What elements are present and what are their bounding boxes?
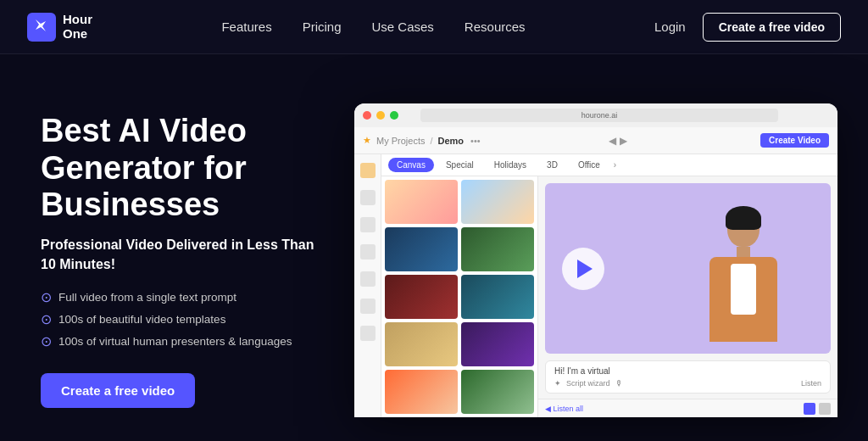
tabs-more-icon[interactable]: › bbox=[614, 160, 616, 170]
hero-title: Best AI Video Generator for Businesses bbox=[41, 113, 329, 224]
list-view-button[interactable] bbox=[819, 403, 831, 415]
presenter-hair bbox=[726, 206, 761, 230]
main-content: Canvas Special Holidays 3D Office › bbox=[381, 154, 837, 417]
nav-link-pricing[interactable]: Pricing bbox=[303, 20, 342, 34]
nav-link-features[interactable]: Features bbox=[221, 20, 271, 34]
tab-office[interactable]: Office bbox=[570, 158, 609, 172]
media-thumb-4[interactable] bbox=[461, 227, 534, 271]
breadcrumb-my-projects[interactable]: My Projects bbox=[376, 136, 425, 146]
breadcrumb-demo: Demo bbox=[438, 136, 465, 146]
login-button[interactable]: Login bbox=[654, 20, 686, 34]
media-thumb-10[interactable] bbox=[461, 370, 534, 414]
listen-button[interactable]: Listen bbox=[801, 379, 821, 388]
nav-right: Login Create a free video bbox=[654, 13, 841, 42]
video-presenter bbox=[665, 183, 822, 354]
media-thumb-2[interactable] bbox=[461, 180, 534, 224]
media-thumb-9[interactable] bbox=[385, 370, 458, 414]
sidebar-icon-settings[interactable] bbox=[360, 326, 376, 341]
script-wizard-icon: ✦ bbox=[554, 379, 561, 388]
bottom-strip: ◀ Listen all bbox=[538, 399, 837, 417]
content-area: Hi! I'm a virtual ✦ Script wizard 🎙 List… bbox=[381, 176, 837, 417]
sidebar-icon-music[interactable] bbox=[360, 299, 376, 314]
script-toolbar: ✦ Script wizard 🎙 Listen bbox=[554, 379, 821, 388]
media-thumb-8[interactable] bbox=[461, 322, 534, 366]
presenter-neck bbox=[737, 247, 750, 257]
media-thumb-5[interactable] bbox=[385, 275, 458, 319]
breadcrumb-menu-icon[interactable]: ••• bbox=[470, 136, 481, 146]
feature-item-2: ⊙ 100s of beautiful video templates bbox=[41, 311, 329, 327]
hero-section: Best AI Video Generator for Businesses P… bbox=[0, 54, 868, 441]
nav-forward-arrow[interactable]: ▶ bbox=[620, 135, 627, 147]
presenter-figure bbox=[697, 209, 790, 354]
check-icon-2: ⊙ bbox=[41, 311, 52, 327]
create-video-app-button[interactable]: Create Video bbox=[760, 133, 829, 148]
cta-button[interactable]: Create a free video bbox=[41, 373, 195, 408]
create-video-nav-button[interactable]: Create a free video bbox=[703, 13, 841, 42]
hero-subtitle: Professional Video Delivered in Less Tha… bbox=[41, 236, 329, 274]
nav-link-resources[interactable]: Resources bbox=[465, 20, 526, 34]
sidebar-icons bbox=[354, 154, 381, 417]
hi-text: Hi! I'm a virtual bbox=[554, 366, 821, 376]
play-triangle-icon bbox=[577, 260, 593, 278]
sidebar-icon-media[interactable] bbox=[360, 217, 376, 232]
window-max-dot bbox=[390, 111, 398, 120]
presenter-head bbox=[727, 209, 760, 247]
window-body: Canvas Special Holidays 3D Office › bbox=[354, 154, 837, 417]
script-mic-icon: 🎙 bbox=[615, 379, 623, 388]
tab-special[interactable]: Special bbox=[437, 158, 482, 172]
media-grid bbox=[381, 176, 538, 417]
star-icon-topbar: ★ bbox=[363, 135, 371, 146]
listen-all-button[interactable]: ◀ Listen all bbox=[545, 405, 583, 413]
check-icon-1: ⊙ bbox=[41, 289, 52, 305]
tab-3d[interactable]: 3D bbox=[538, 158, 566, 172]
url-bar: hourone.ai bbox=[420, 109, 778, 122]
tab-holidays[interactable]: Holidays bbox=[486, 158, 535, 172]
logo: HourOne bbox=[27, 13, 92, 42]
window-close-dot bbox=[363, 111, 371, 120]
nav-back-arrow[interactable]: ◀ bbox=[609, 135, 616, 147]
feature-item-1: ⊙ Full video from a single text prompt bbox=[41, 289, 329, 305]
window-titlebar: hourone.ai bbox=[354, 103, 837, 127]
media-thumb-7[interactable] bbox=[385, 322, 458, 366]
navbar: HourOne Features Pricing Use Cases Resou… bbox=[0, 0, 868, 54]
script-wizard-label: Script wizard bbox=[566, 379, 610, 388]
sidebar-icon-user[interactable] bbox=[360, 190, 376, 205]
media-thumb-1[interactable] bbox=[385, 180, 458, 224]
app-window: hourone.ai ★ My Projects / Demo ••• ◀ ▶ … bbox=[354, 103, 837, 417]
video-area bbox=[545, 183, 831, 354]
app-topbar: ★ My Projects / Demo ••• ◀ ▶ Create Vide… bbox=[354, 127, 837, 154]
grid-view-button[interactable] bbox=[804, 403, 815, 415]
hero-features: ⊙ Full video from a single text prompt ⊙… bbox=[41, 289, 329, 349]
window-min-dot bbox=[376, 111, 385, 120]
hero-left: Best AI Video Generator for Businesses P… bbox=[41, 113, 329, 408]
sidebar-icon-shapes[interactable] bbox=[360, 271, 376, 287]
sidebar-icon-text[interactable] bbox=[360, 244, 376, 260]
logo-text: HourOne bbox=[63, 13, 92, 41]
url-text: hourone.ai bbox=[581, 111, 618, 120]
media-thumb-6[interactable] bbox=[461, 275, 534, 319]
hero-right: hourone.ai ★ My Projects / Demo ••• ◀ ▶ … bbox=[354, 103, 837, 417]
nav-link-use-cases[interactable]: Use Cases bbox=[372, 20, 434, 34]
logo-icon bbox=[27, 13, 56, 42]
feature-item-3: ⊙ 100s of virtual human presenters & lan… bbox=[41, 333, 329, 349]
nav-arrows: ◀ ▶ bbox=[609, 135, 627, 147]
presenter-shirt bbox=[731, 264, 756, 315]
nav-links: Features Pricing Use Cases Resources bbox=[221, 20, 525, 35]
video-preview: Hi! I'm a virtual ✦ Script wizard 🎙 List… bbox=[538, 176, 837, 417]
sidebar-icon-star[interactable] bbox=[360, 163, 376, 178]
tab-canvas[interactable]: Canvas bbox=[388, 158, 434, 172]
grid-view-icons bbox=[804, 403, 831, 415]
presenter-body bbox=[709, 257, 777, 342]
play-button[interactable] bbox=[562, 248, 604, 290]
script-area: Hi! I'm a virtual ✦ Script wizard 🎙 List… bbox=[545, 360, 831, 394]
app-tabs: Canvas Special Holidays 3D Office › bbox=[381, 154, 837, 176]
breadcrumb-separator: / bbox=[430, 136, 432, 146]
media-thumb-3[interactable] bbox=[385, 227, 458, 271]
check-icon-3: ⊙ bbox=[41, 333, 52, 349]
